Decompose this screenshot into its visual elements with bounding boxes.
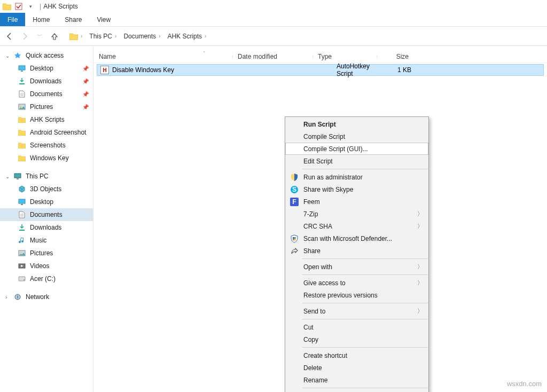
defender-icon — [290, 234, 299, 243]
menu-item-label: Run Script — [303, 121, 336, 128]
tab-view[interactable]: View — [89, 13, 118, 26]
drive-icon — [17, 275, 27, 283]
sidebar-item[interactable]: Documents📌 — [0, 88, 93, 100]
menu-item[interactable]: Give access to〉 — [285, 277, 428, 289]
chevron-right-icon: › — [115, 33, 116, 39]
sidebar-item[interactable]: Android Screenshot — [0, 126, 93, 139]
folder-icon — [17, 128, 27, 137]
disclosure-icon[interactable]: ⌄ — [5, 53, 12, 59]
menu-separator — [302, 169, 428, 169]
breadcrumb-documents[interactable]: Documents› — [121, 30, 165, 43]
sidebar-item[interactable]: 3D Objects — [0, 183, 93, 195]
sidebar-item[interactable]: Desktop📌 — [0, 62, 93, 75]
menu-item[interactable]: Run as administrator — [285, 171, 428, 183]
menu-item[interactable]: Cut — [285, 321, 428, 333]
3d-icon — [17, 185, 27, 193]
menu-item-label: Compile Script — [303, 133, 345, 140]
feem-icon: F — [290, 198, 299, 206]
tree-label: Downloads — [30, 224, 61, 231]
menu-item[interactable]: Edit Script — [285, 155, 428, 167]
menu-item[interactable]: Open with〉 — [285, 261, 428, 273]
breadcrumb-root-icon[interactable]: › — [67, 30, 87, 43]
menu-item[interactable]: Compile Script (GUI)... — [285, 143, 428, 155]
column-type[interactable]: Type — [312, 53, 377, 60]
sidebar-item[interactable]: Pictures📌 — [0, 100, 93, 113]
menu-item[interactable]: Compile Script — [285, 130, 428, 143]
folder-icon — [17, 141, 27, 150]
sidebar-item[interactable]: Downloads📌 — [0, 75, 93, 88]
tree-label: AHK Scripts — [30, 116, 65, 123]
qat-checkbox-icon[interactable] — [14, 2, 24, 11]
breadcrumb-ahk-scripts[interactable]: AHK Scripts› — [165, 30, 211, 43]
title-bar: ▾ | AHK Scripts — [0, 0, 547, 13]
chevron-right-icon: › — [159, 33, 160, 39]
svg-text:S: S — [292, 186, 296, 193]
file-tab[interactable]: File — [0, 13, 25, 26]
tree-label: This PC — [26, 173, 49, 180]
videos-icon — [17, 262, 27, 270]
sidebar-item[interactable]: Documents — [0, 208, 93, 221]
file-type: AutoHotkey Script — [315, 62, 379, 77]
sidebar-item[interactable]: Videos — [0, 260, 93, 272]
qat-dropdown-icon[interactable]: ▾ — [26, 2, 35, 11]
tree-label: Documents — [30, 211, 62, 218]
sidebar-item[interactable]: Desktop — [0, 195, 93, 208]
sidebar-item[interactable]: Downloads — [0, 221, 93, 234]
menu-item[interactable]: Create shortcut — [285, 349, 428, 362]
tree-quick-access[interactable]: ⌄ Quick access — [0, 49, 93, 62]
menu-item[interactable]: SShare with Skype — [285, 183, 428, 195]
menu-item[interactable]: Share — [285, 245, 428, 257]
sidebar-item[interactable]: AHK Scripts — [0, 113, 93, 126]
tree-label: Windows Key — [30, 154, 69, 162]
sidebar-item[interactable]: Screenshots — [0, 139, 93, 152]
tab-share[interactable]: Share — [57, 13, 89, 26]
recent-locations-button[interactable]: ﹀ — [32, 29, 47, 44]
menu-separator — [302, 275, 428, 275]
column-size[interactable]: Size — [377, 53, 414, 60]
menu-item[interactable]: CRC SHA〉 — [285, 220, 428, 232]
tree-network[interactable]: › Network — [0, 291, 93, 303]
forward-button[interactable] — [17, 29, 32, 44]
svg-rect-9 — [21, 204, 23, 205]
documents-icon — [17, 90, 27, 98]
chevron-right-icon: 〉 — [417, 263, 423, 271]
menu-item-label: 7-Zip — [303, 210, 318, 218]
menu-item[interactable]: Properties — [285, 390, 428, 392]
desktop-icon — [17, 198, 27, 206]
tree-label: Downloads — [30, 77, 61, 85]
tab-home[interactable]: Home — [25, 13, 57, 26]
downloads-icon — [17, 77, 27, 85]
pc-icon — [13, 172, 22, 181]
column-date[interactable]: Date modified — [232, 53, 312, 60]
menu-item[interactable]: Send to〉 — [285, 305, 428, 317]
chevron-right-icon: 〉 — [417, 222, 423, 230]
back-button[interactable] — [2, 29, 17, 44]
disclosure-icon[interactable]: › — [5, 294, 12, 300]
menu-item[interactable]: Run Script — [285, 118, 428, 130]
sidebar-item[interactable]: Acer (C:) — [0, 272, 93, 285]
file-list[interactable]: Name˄ Date modified Type Size H Disable … — [93, 46, 547, 392]
menu-separator — [302, 388, 428, 388]
menu-item[interactable]: FFeem — [285, 195, 428, 208]
menu-item[interactable]: Restore previous versions — [285, 289, 428, 301]
menu-item[interactable]: 7-Zip〉 — [285, 208, 428, 220]
tree-this-pc[interactable]: ⌄ This PC — [0, 170, 93, 183]
menu-item[interactable]: Rename — [285, 374, 428, 386]
disclosure-icon[interactable]: ⌄ — [5, 174, 12, 179]
pin-icon: 📌 — [82, 79, 89, 84]
svg-point-5 — [20, 106, 22, 107]
navigation-pane[interactable]: ⌄ Quick access Desktop📌Downloads📌Documen… — [0, 46, 93, 392]
menu-item[interactable]: Copy — [285, 333, 428, 346]
tree-label: Desktop — [30, 198, 53, 206]
sidebar-item[interactable]: Music — [0, 234, 93, 247]
menu-item[interactable]: Delete — [285, 362, 428, 374]
pictures-icon — [17, 249, 27, 257]
breadcrumb-this-pc[interactable]: This PC› — [87, 30, 121, 43]
menu-item[interactable]: Scan with Microsoft Defender... — [285, 232, 428, 245]
column-name[interactable]: Name˄ — [93, 53, 232, 60]
up-button[interactable] — [47, 29, 62, 44]
shield-icon — [290, 173, 299, 182]
file-row[interactable]: H Disable Windows Key AutoHotkey Script … — [97, 64, 544, 76]
sidebar-item[interactable]: Pictures — [0, 247, 93, 260]
sidebar-item[interactable]: Windows Key — [0, 152, 93, 164]
